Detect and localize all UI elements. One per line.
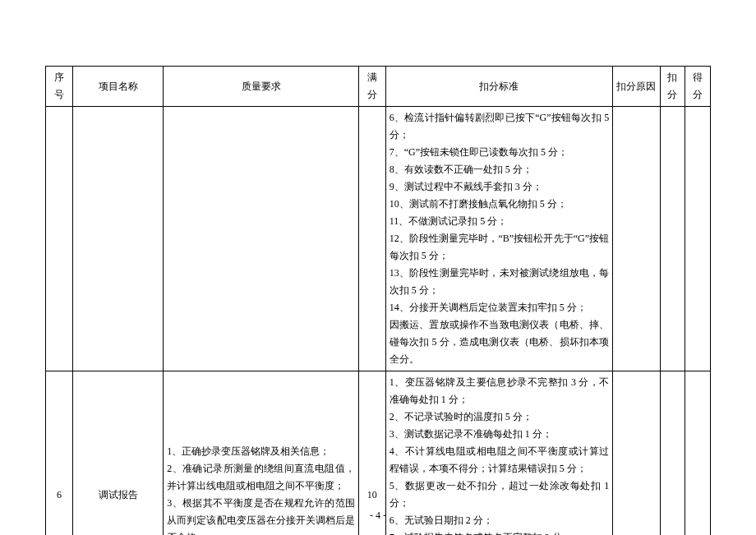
req-item: 1、正确抄录变压器铭牌及相关信息； (167, 443, 355, 460)
header-name: 项目名称 (72, 67, 164, 107)
ded-item: 7、“G”按钮未锁住即已读数每次扣 5 分； (390, 144, 609, 161)
header-reason: 扣分原因 (613, 67, 660, 107)
ded-item: 1、变压器铭牌及主要信息抄录不完整扣 3 分，不准确每处扣 1 分； (390, 374, 609, 408)
req-item: 2、准确记录所测量的绕组间直流电阻值，并计算出线电阻或相电阻之间不平衡度； (167, 460, 355, 495)
cell-reason (613, 107, 660, 371)
ded-item: 13、阶段性测量完毕时，未对被测试绕组放电，每次扣 5 分； (390, 265, 609, 299)
ded-item: 5、数据更改一处不扣分，超过一处涂改每处扣 1 分； (390, 477, 609, 512)
header-ded: 扣分标准 (385, 67, 612, 107)
scoring-table: 序号 项目名称 质量要求 满分 扣分标准 扣分原因 扣分 得分 6、检流计指针偏… (45, 66, 711, 535)
header-req: 质量要求 (164, 67, 359, 107)
ded-item: 7、试验报告未签名或签名不完整扣 2 分； (390, 529, 609, 535)
ded-item: 3、测试数据记录不准确每处扣 1 分； (390, 426, 609, 443)
ded-item: 6、检流计指针偏转剧烈即已按下“G”按钮每次扣 5 分； (390, 109, 609, 144)
ded-item: 12、阶段性测量完毕时，“B”按钮松开先于“G”按钮每次扣 5 分； (390, 230, 609, 265)
ded-item: 4、不计算线电阻或相电阻之间不平衡度或计算过程错误，本项不得分；计算结果错误扣 … (390, 443, 609, 477)
cell-name (72, 107, 164, 371)
header-full: 满分 (358, 67, 385, 107)
ded-item: 9、测试过程中不戴线手套扣 3 分； (390, 178, 609, 196)
header-kf: 扣分 (660, 67, 685, 107)
cell-ded: 6、检流计指针偏转剧烈即已按下“G”按钮每次扣 5 分； 7、“G”按钮未锁住即… (385, 107, 612, 371)
ded-item: 14、分接开关调档后定位装置未扣牢扣 5 分； (390, 299, 609, 316)
ded-item: 10、测试前不打磨接触点氧化物扣 5 分； (390, 196, 609, 213)
ded-item: 2、不记录试验时的温度扣 5 分； (390, 408, 609, 426)
cell-kf (660, 107, 685, 371)
cell-df (685, 107, 711, 371)
cell-full (358, 107, 385, 371)
header-df: 得分 (685, 67, 711, 107)
page-number: - 4 - (0, 510, 756, 522)
ded-item: 11、不做测试记录扣 5 分； (390, 213, 609, 230)
table-header-row: 序号 项目名称 质量要求 满分 扣分标准 扣分原因 扣分 得分 (46, 67, 711, 107)
ded-item: 8、有效读数不正确一处扣 5 分； (390, 161, 609, 178)
cell-req (164, 107, 359, 371)
cell-seq (46, 107, 73, 371)
table-row: 6、检流计指针偏转剧烈即已按下“G”按钮每次扣 5 分； 7、“G”按钮未锁住即… (46, 107, 711, 371)
ded-item: 因搬运、置放或操作不当致电测仪表（电桥、摔、碰每次扣 5 分，造成电测仪表（电桥… (390, 316, 609, 368)
header-seq: 序号 (46, 67, 73, 107)
